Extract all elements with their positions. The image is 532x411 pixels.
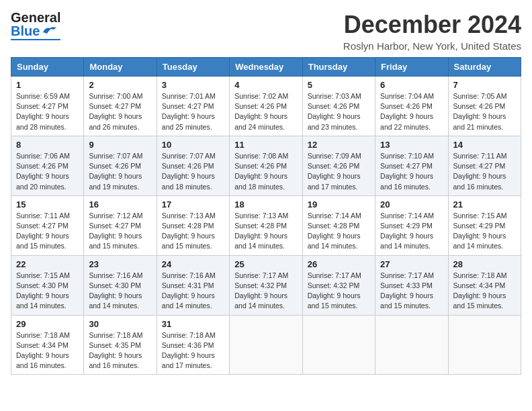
calendar-cell: 2Sunrise: 7:00 AMSunset: 4:27 PMDaylight… — [84, 77, 157, 136]
day-info: Sunrise: 7:15 AMSunset: 4:30 PMDaylight:… — [16, 271, 79, 312]
day-info: Sunrise: 7:12 AMSunset: 4:27 PMDaylight:… — [89, 211, 151, 252]
day-number: 7 — [453, 80, 516, 90]
day-info: Sunrise: 7:07 AMSunset: 4:26 PMDaylight:… — [162, 151, 224, 192]
day-number: 10 — [162, 140, 224, 150]
day-number: 16 — [89, 199, 151, 210]
day-info: Sunrise: 7:05 AMSunset: 4:26 PMDaylight:… — [453, 91, 516, 132]
day-number: 31 — [162, 319, 224, 329]
day-info: Sunrise: 7:17 AMSunset: 4:32 PMDaylight:… — [234, 271, 297, 312]
page-header: General Blue December 2024 Roslyn Harbor… — [11, 11, 521, 52]
calendar-cell: 6Sunrise: 7:04 AMSunset: 4:26 PMDaylight… — [375, 77, 448, 136]
calendar-week-row: 15Sunrise: 7:11 AMSunset: 4:27 PMDayligh… — [11, 195, 521, 255]
calendar-header-row: SundayMondayTuesdayWednesdayThursdayFrid… — [11, 58, 521, 77]
day-info: Sunrise: 7:01 AMSunset: 4:27 PMDaylight:… — [162, 91, 224, 132]
day-info: Sunrise: 7:16 AMSunset: 4:30 PMDaylight:… — [89, 271, 151, 312]
day-info: Sunrise: 6:59 AMSunset: 4:27 PMDaylight:… — [16, 91, 79, 132]
day-number: 2 — [89, 80, 151, 90]
col-header-tuesday: Tuesday — [157, 58, 229, 77]
day-number: 20 — [380, 199, 443, 210]
day-number: 14 — [453, 140, 516, 150]
day-number: 11 — [234, 140, 297, 150]
day-info: Sunrise: 7:06 AMSunset: 4:26 PMDaylight:… — [16, 151, 79, 192]
calendar-cell: 15Sunrise: 7:11 AMSunset: 4:27 PMDayligh… — [11, 195, 84, 255]
location-subtitle: Roslyn Harbor, New York, United States — [343, 40, 521, 52]
day-info: Sunrise: 7:18 AMSunset: 4:35 PMDaylight:… — [89, 330, 151, 371]
calendar-week-row: 22Sunrise: 7:15 AMSunset: 4:30 PMDayligh… — [11, 255, 521, 315]
day-info: Sunrise: 7:00 AMSunset: 4:27 PMDaylight:… — [89, 91, 151, 132]
calendar-cell: 12Sunrise: 7:09 AMSunset: 4:26 PMDayligh… — [302, 136, 375, 195]
day-number: 8 — [16, 140, 79, 150]
calendar-cell: 20Sunrise: 7:14 AMSunset: 4:29 PMDayligh… — [375, 195, 448, 255]
day-info: Sunrise: 7:07 AMSunset: 4:26 PMDaylight:… — [89, 151, 151, 192]
calendar-cell: 22Sunrise: 7:15 AMSunset: 4:30 PMDayligh… — [11, 255, 84, 315]
day-number: 13 — [380, 140, 443, 150]
logo-line2: Blue — [11, 24, 56, 38]
calendar-cell: 21Sunrise: 7:15 AMSunset: 4:29 PMDayligh… — [448, 195, 521, 255]
col-header-thursday: Thursday — [302, 58, 375, 77]
day-info: Sunrise: 7:13 AMSunset: 4:28 PMDaylight:… — [234, 211, 297, 252]
calendar-cell: 14Sunrise: 7:11 AMSunset: 4:27 PMDayligh… — [448, 136, 521, 195]
calendar-cell: 28Sunrise: 7:18 AMSunset: 4:34 PMDayligh… — [448, 255, 521, 315]
calendar-week-row: 29Sunrise: 7:18 AMSunset: 4:34 PMDayligh… — [11, 315, 521, 375]
day-info: Sunrise: 7:08 AMSunset: 4:26 PMDaylight:… — [234, 151, 297, 192]
day-info: Sunrise: 7:14 AMSunset: 4:28 PMDaylight:… — [308, 211, 370, 252]
title-area: December 2024 Roslyn Harbor, New York, U… — [343, 11, 521, 52]
calendar-cell: 31Sunrise: 7:18 AMSunset: 4:36 PMDayligh… — [157, 315, 229, 375]
day-number: 12 — [308, 140, 370, 150]
calendar-cell: 8Sunrise: 7:06 AMSunset: 4:26 PMDaylight… — [11, 136, 84, 195]
logo-underline — [11, 39, 60, 40]
calendar-cell: 13Sunrise: 7:10 AMSunset: 4:27 PMDayligh… — [375, 136, 448, 195]
calendar-cell: 18Sunrise: 7:13 AMSunset: 4:28 PMDayligh… — [230, 195, 302, 255]
logo-line1: General — [11, 11, 60, 24]
day-number: 3 — [162, 80, 224, 90]
calendar-cell: 3Sunrise: 7:01 AMSunset: 4:27 PMDaylight… — [157, 77, 229, 136]
day-info: Sunrise: 7:18 AMSunset: 4:36 PMDaylight:… — [162, 330, 224, 371]
calendar-cell — [375, 315, 448, 375]
day-info: Sunrise: 7:11 AMSunset: 4:27 PMDaylight:… — [453, 151, 516, 192]
calendar-cell — [448, 315, 521, 375]
calendar-cell: 11Sunrise: 7:08 AMSunset: 4:26 PMDayligh… — [230, 136, 302, 195]
day-number: 26 — [308, 259, 370, 269]
col-header-sunday: Sunday — [11, 58, 84, 77]
logo-general: General — [11, 10, 60, 25]
day-number: 18 — [234, 199, 297, 210]
day-info: Sunrise: 7:17 AMSunset: 4:32 PMDaylight:… — [308, 271, 370, 312]
day-info: Sunrise: 7:13 AMSunset: 4:28 PMDaylight:… — [162, 211, 224, 252]
day-info: Sunrise: 7:18 AMSunset: 4:34 PMDaylight:… — [16, 330, 79, 371]
month-title: December 2024 — [343, 11, 521, 39]
day-number: 29 — [16, 319, 79, 329]
day-info: Sunrise: 7:11 AMSunset: 4:27 PMDaylight:… — [16, 211, 79, 252]
day-number: 23 — [89, 259, 151, 269]
bird-icon — [42, 26, 56, 36]
calendar-week-row: 1Sunrise: 6:59 AMSunset: 4:27 PMDaylight… — [11, 77, 521, 136]
day-number: 17 — [162, 199, 224, 210]
day-info: Sunrise: 7:18 AMSunset: 4:34 PMDaylight:… — [453, 271, 516, 312]
calendar-cell: 23Sunrise: 7:16 AMSunset: 4:30 PMDayligh… — [84, 255, 157, 315]
col-header-friday: Friday — [375, 58, 448, 77]
calendar-cell: 4Sunrise: 7:02 AMSunset: 4:26 PMDaylight… — [230, 77, 302, 136]
col-header-monday: Monday — [84, 58, 157, 77]
day-number: 25 — [234, 259, 297, 269]
calendar-cell: 30Sunrise: 7:18 AMSunset: 4:35 PMDayligh… — [84, 315, 157, 375]
calendar-cell — [302, 315, 375, 375]
calendar-cell: 27Sunrise: 7:17 AMSunset: 4:33 PMDayligh… — [375, 255, 448, 315]
day-info: Sunrise: 7:09 AMSunset: 4:26 PMDaylight:… — [308, 151, 370, 192]
day-info: Sunrise: 7:03 AMSunset: 4:26 PMDaylight:… — [308, 91, 370, 132]
calendar-cell: 9Sunrise: 7:07 AMSunset: 4:26 PMDaylight… — [84, 136, 157, 195]
day-number: 28 — [453, 259, 516, 269]
logo: General Blue — [11, 11, 60, 40]
calendar-table: SundayMondayTuesdayWednesdayThursdayFrid… — [11, 57, 521, 375]
day-number: 5 — [308, 80, 370, 90]
calendar-cell: 19Sunrise: 7:14 AMSunset: 4:28 PMDayligh… — [302, 195, 375, 255]
calendar-cell: 26Sunrise: 7:17 AMSunset: 4:32 PMDayligh… — [302, 255, 375, 315]
day-info: Sunrise: 7:17 AMSunset: 4:33 PMDaylight:… — [380, 271, 443, 312]
day-info: Sunrise: 7:02 AMSunset: 4:26 PMDaylight:… — [234, 91, 297, 132]
calendar-cell: 7Sunrise: 7:05 AMSunset: 4:26 PMDaylight… — [448, 77, 521, 136]
day-number: 9 — [89, 140, 151, 150]
logo-blue-text: Blue — [11, 24, 40, 38]
calendar-cell — [230, 315, 302, 375]
col-header-saturday: Saturday — [448, 58, 521, 77]
calendar-cell: 17Sunrise: 7:13 AMSunset: 4:28 PMDayligh… — [157, 195, 229, 255]
day-info: Sunrise: 7:14 AMSunset: 4:29 PMDaylight:… — [380, 211, 443, 252]
day-number: 22 — [16, 259, 79, 269]
